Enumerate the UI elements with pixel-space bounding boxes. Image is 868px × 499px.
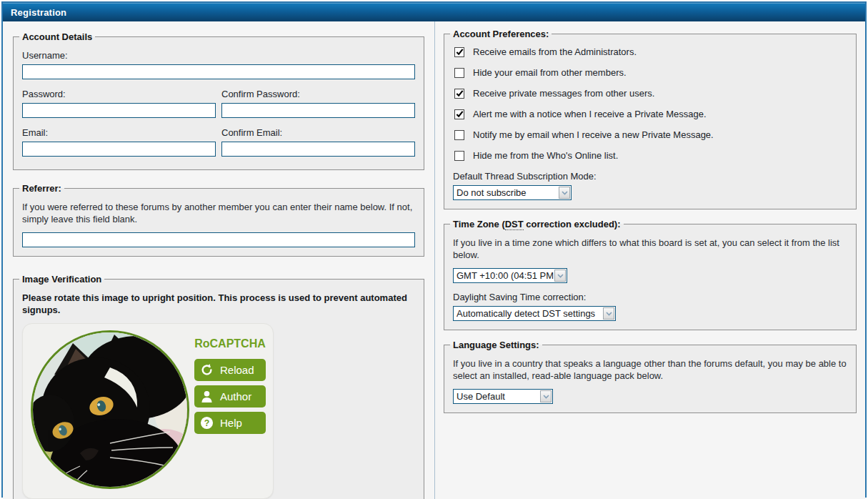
email-input[interactable] <box>22 142 216 157</box>
username-input[interactable] <box>22 64 415 79</box>
captcha-instruction: Please rotate this image to upright posi… <box>22 292 415 316</box>
confirm-email-label: Confirm Email: <box>221 127 415 138</box>
time-zone-select[interactable]: GMT +10:00 (04:51 PM) <box>453 268 567 283</box>
language-description: If you live in a country that speaks a l… <box>453 357 847 382</box>
captcha-help-label: Help <box>220 417 242 429</box>
chevron-down-icon <box>554 270 566 282</box>
pref-row-pm-email-notify: Notify me by email when I receive a new … <box>454 129 847 140</box>
language-settings-fieldset: Language Settings: If you live in a coun… <box>444 340 857 413</box>
registration-window: Registration Account Details Username: P… <box>1 1 867 498</box>
captcha-brand: RoCAPTCHA <box>194 337 266 350</box>
captcha-image[interactable] <box>30 330 190 492</box>
password-input[interactable] <box>22 103 216 118</box>
time-zone-fieldset: Time Zone (DST correction excluded): If … <box>444 219 857 330</box>
captcha-author-button[interactable]: Author <box>194 385 266 407</box>
svg-text:?: ? <box>204 418 210 428</box>
subscription-mode-select[interactable]: Do not subscribe <box>453 185 572 200</box>
pref-row-receive-pms: Receive private messages from other user… <box>454 88 847 99</box>
checkbox-hide-email[interactable] <box>454 68 464 78</box>
author-icon <box>200 390 214 403</box>
subscription-mode-label: Default Thread Subscription Mode: <box>453 171 847 182</box>
chevron-down-icon <box>540 390 552 402</box>
captcha-reload-label: Reload <box>220 364 254 376</box>
dst-correction-label: Daylight Saving Time correction: <box>453 292 847 302</box>
language-select[interactable]: Use Default <box>453 389 553 404</box>
help-icon: ? <box>200 416 214 430</box>
captcha-controls: RoCAPTCHA Reload <box>194 330 266 492</box>
confirm-password-input[interactable] <box>221 103 415 118</box>
pref-row-receive-admin-emails: Receive emails from the Administrators. <box>454 46 847 57</box>
pref-row-hide-email: Hide your email from other members. <box>454 67 847 78</box>
image-verification-legend: Image Verification <box>19 274 104 285</box>
checkbox-hide-online[interactable] <box>454 151 464 161</box>
chevron-down-icon <box>603 307 614 320</box>
pref-row-hide-online: Hide me from the Who's Online list. <box>454 150 847 161</box>
checkbox-pm-email-notify[interactable] <box>454 130 464 140</box>
left-column: Account Details Username: Password: Conf… <box>3 21 435 499</box>
time-zone-description: If you live in a time zone which differs… <box>453 237 847 261</box>
username-label: Username: <box>22 50 415 61</box>
captcha-reload-button[interactable]: Reload <box>194 359 266 381</box>
dst-correction-value: Automatically detect DST settings <box>454 307 602 320</box>
referrer-input[interactable] <box>22 232 415 247</box>
image-verification-fieldset: Image Verification Please rotate this im… <box>13 274 424 499</box>
referrer-fieldset: Referrer: If you were referred to these … <box>13 183 424 257</box>
pref-label: Notify me by email when I receive a new … <box>473 129 714 140</box>
referrer-description: If you were referred to these forums by … <box>22 201 415 225</box>
time-zone-legend: Time Zone (DST correction excluded): <box>450 219 624 229</box>
time-zone-value: GMT +10:00 (04:51 PM) <box>454 269 554 282</box>
captcha-help-button[interactable]: ? Help <box>194 412 266 434</box>
page-title: Registration <box>11 7 66 18</box>
confirm-email-input[interactable] <box>221 142 415 157</box>
captcha-author-label: Author <box>220 390 251 402</box>
dst-abbr: DST <box>505 219 524 230</box>
account-details-fieldset: Account Details Username: Password: Conf… <box>13 31 424 170</box>
account-preferences-fieldset: Account Preferences: Receive emails from… <box>444 29 857 209</box>
confirm-password-label: Confirm Password: <box>221 89 415 99</box>
dst-correction-select[interactable]: Automatically detect DST settings <box>453 306 616 321</box>
password-label: Password: <box>22 89 216 99</box>
pref-label: Hide your email from other members. <box>473 67 627 78</box>
registration-form: Account Details Username: Password: Conf… <box>3 21 865 499</box>
pref-label: Alert me with a notice when I receive a … <box>473 109 707 119</box>
pref-label: Hide me from the Who's Online list. <box>473 150 618 161</box>
checkbox-receive-pms[interactable] <box>454 89 464 99</box>
email-label: Email: <box>22 127 216 138</box>
pref-label: Receive private messages from other user… <box>473 88 654 99</box>
subscription-mode-value: Do not subscribe <box>454 186 558 199</box>
chevron-down-icon <box>559 187 570 199</box>
referrer-legend: Referrer: <box>19 183 64 194</box>
pref-label: Receive emails from the Administrators. <box>473 46 637 57</box>
pref-row-pm-alert: Alert me with a notice when I receive a … <box>454 109 847 119</box>
account-details-legend: Account Details <box>19 31 95 42</box>
title-bar: Registration <box>3 3 865 21</box>
reload-icon <box>200 363 214 377</box>
language-value: Use Default <box>454 390 539 403</box>
right-column: Account Preferences: Receive emails from… <box>435 21 865 499</box>
account-preferences-legend: Account Preferences: <box>450 29 552 39</box>
language-settings-legend: Language Settings: <box>450 340 542 350</box>
captcha-panel: RoCAPTCHA Reload <box>22 323 274 499</box>
captcha-cat-photo <box>30 330 190 489</box>
checkbox-receive-admin-emails[interactable] <box>454 47 464 57</box>
checkbox-pm-alert[interactable] <box>454 109 464 119</box>
